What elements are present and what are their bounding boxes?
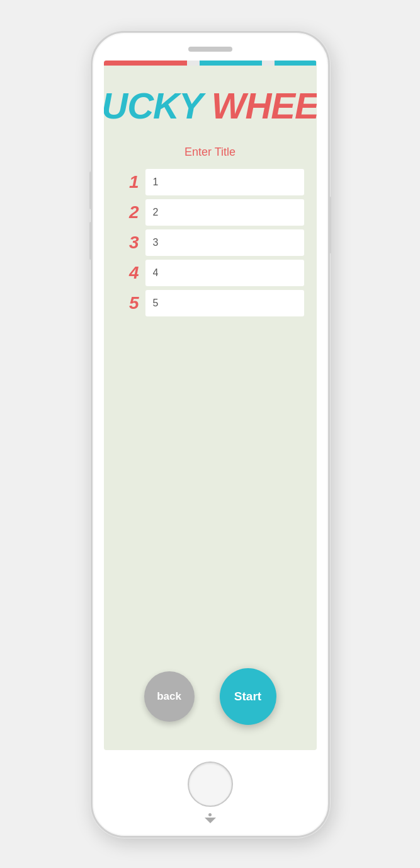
power-button bbox=[329, 197, 331, 253]
list-item: 5 bbox=[116, 290, 304, 316]
phone-speaker bbox=[188, 47, 232, 52]
top-bar-gap-1 bbox=[187, 61, 200, 66]
list-item: 1 bbox=[116, 169, 304, 195]
enter-title-label: Enter Title bbox=[184, 146, 236, 159]
app-title: LUCKY WHEEL bbox=[104, 84, 317, 127]
arrow-chevron-icon bbox=[205, 818, 216, 823]
arrow-dot bbox=[208, 813, 212, 816]
list-item: 3 bbox=[116, 229, 304, 256]
item-number-3: 3 bbox=[116, 233, 139, 253]
bottom-buttons: back Start bbox=[144, 668, 276, 725]
app-content: LUCKY WHEEL Enter Title 1 2 bbox=[104, 66, 317, 750]
top-bar-teal-2 bbox=[275, 61, 316, 66]
title-wheel: WHEEL bbox=[212, 84, 317, 127]
top-color-bar bbox=[104, 61, 317, 66]
back-button[interactable]: back bbox=[144, 671, 195, 722]
volume-down-button bbox=[89, 222, 92, 260]
item-input-1[interactable] bbox=[145, 169, 304, 195]
top-bar-red-1 bbox=[104, 61, 188, 66]
volume-up-button bbox=[89, 171, 92, 209]
item-number-5: 5 bbox=[116, 293, 139, 313]
home-button[interactable] bbox=[188, 761, 233, 807]
item-number-2: 2 bbox=[116, 202, 139, 223]
item-input-3[interactable] bbox=[145, 229, 304, 256]
title-lucky: LUCKY bbox=[104, 84, 203, 127]
bottom-arrow bbox=[205, 813, 216, 836]
item-number-4: 4 bbox=[116, 263, 139, 283]
item-input-4[interactable] bbox=[145, 260, 304, 286]
top-bar-teal-1 bbox=[200, 61, 262, 66]
top-bar-gap-2 bbox=[262, 61, 275, 66]
start-button[interactable]: Start bbox=[220, 668, 276, 725]
list-item: 4 bbox=[116, 260, 304, 286]
list-item: 2 bbox=[116, 199, 304, 226]
items-list: 1 2 3 4 bbox=[116, 169, 304, 316]
phone-screen: LUCKY WHEEL Enter Title 1 2 bbox=[104, 61, 317, 750]
item-input-5[interactable] bbox=[145, 290, 304, 316]
phone-frame: LUCKY WHEEL Enter Title 1 2 bbox=[91, 31, 330, 838]
item-number-1: 1 bbox=[116, 172, 139, 192]
home-button-area bbox=[104, 750, 317, 813]
item-input-2[interactable] bbox=[145, 199, 304, 226]
phone-wrapper: LUCKY WHEEL Enter Title 1 2 bbox=[0, 0, 420, 868]
